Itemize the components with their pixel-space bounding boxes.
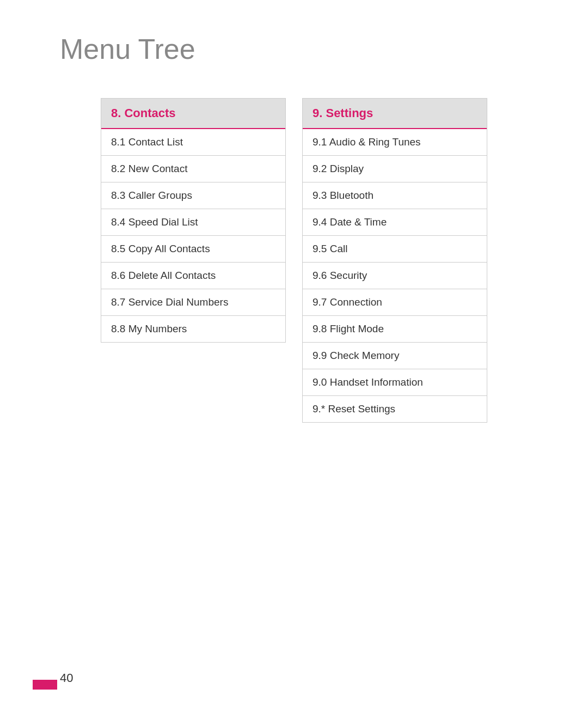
settings-list-item: 9.2 Display xyxy=(303,156,487,182)
contacts-list-item: 8.8 My Numbers xyxy=(101,316,285,342)
contacts-list-item: 8.4 Speed Dial List xyxy=(101,209,285,236)
settings-header: 9. Settings xyxy=(303,99,487,129)
settings-items: 9.1 Audio & Ring Tunes9.2 Display9.3 Blu… xyxy=(303,129,487,422)
pink-bar xyxy=(33,680,57,690)
settings-list-item: 9.1 Audio & Ring Tunes xyxy=(303,129,487,156)
contacts-header: 8. Contacts xyxy=(101,99,285,129)
settings-list-item: 9.3 Bluetooth xyxy=(303,182,487,209)
settings-list-item: 9.4 Date & Time xyxy=(303,209,487,236)
contacts-list-item: 8.3 Caller Groups xyxy=(101,182,285,209)
page-number: 40 xyxy=(60,671,73,685)
contacts-list-item: 8.2 New Contact xyxy=(101,156,285,182)
contacts-list-item: 8.1 Contact List xyxy=(101,129,285,156)
contacts-items: 8.1 Contact List8.2 New Contact8.3 Calle… xyxy=(101,129,285,342)
settings-list-item: 9.7 Connection xyxy=(303,289,487,316)
content-area: 8. Contacts 8.1 Contact List8.2 New Cont… xyxy=(0,87,588,434)
settings-list-item: 9.9 Check Memory xyxy=(303,343,487,369)
settings-column: 9. Settings 9.1 Audio & Ring Tunes9.2 Di… xyxy=(302,98,487,423)
contacts-column: 8. Contacts 8.1 Contact List8.2 New Cont… xyxy=(101,98,286,343)
page-title: Menu Tree xyxy=(0,0,588,87)
contacts-list-item: 8.5 Copy All Contacts xyxy=(101,236,285,263)
settings-header-label: 9. Settings xyxy=(313,106,373,120)
settings-list-item: 9.6 Security xyxy=(303,263,487,289)
contacts-list-item: 8.7 Service Dial Numbers xyxy=(101,289,285,316)
contacts-list-item: 8.6 Delete All Contacts xyxy=(101,263,285,289)
settings-list-item: 9.0 Handset Information xyxy=(303,369,487,396)
settings-list-item: 9.* Reset Settings xyxy=(303,396,487,422)
settings-list-item: 9.8 Flight Mode xyxy=(303,316,487,343)
settings-list-item: 9.5 Call xyxy=(303,236,487,263)
contacts-header-label: 8. Contacts xyxy=(111,106,176,120)
